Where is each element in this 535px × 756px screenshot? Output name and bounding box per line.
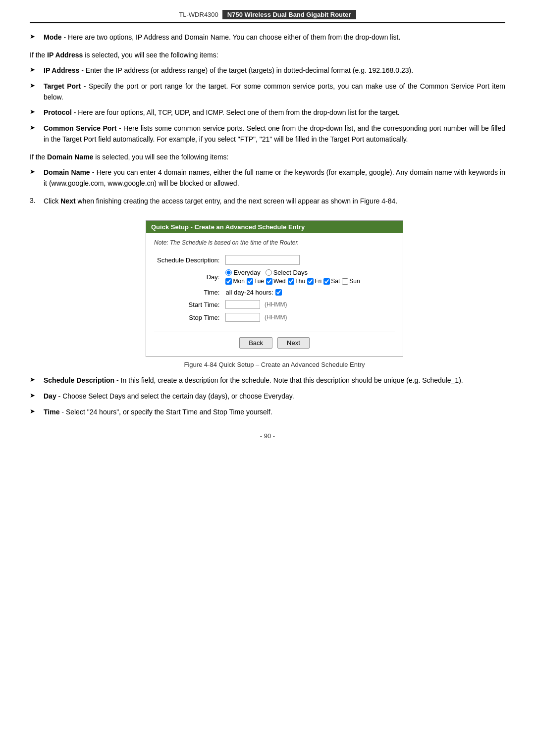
figure-body: Note: The Schedule is based on the time … xyxy=(146,233,403,356)
mode-text: Mode - Here are two options, IP Address … xyxy=(44,32,505,43)
common-service-port-bullet: ➤ Common Service Port - Here lists some … xyxy=(30,123,505,145)
day-row: Day: Everyday Select Days xyxy=(154,267,395,287)
time-bullet: ➤ Time - Select "24 hours", or specify t… xyxy=(30,407,505,418)
allday-group: all day-24 hours: xyxy=(225,289,392,296)
thu-checkbox[interactable] xyxy=(288,278,294,285)
domain-intro: If the Domain Name is selected, you will… xyxy=(30,152,505,163)
schedule-desc-bullet: ➤ Schedule Description - In this field, … xyxy=(30,375,505,386)
bullet-arrow-icon: ➤ xyxy=(30,33,38,40)
sat-checkbox-label[interactable]: Sat xyxy=(323,278,340,285)
day-bullet: ➤ Day - Choose Select Days and select th… xyxy=(30,391,505,402)
tue-checkbox-label[interactable]: Tue xyxy=(247,278,264,285)
tue-checkbox[interactable] xyxy=(247,278,253,285)
mon-checkbox[interactable] xyxy=(225,278,232,285)
ip-address-bold: IP Address xyxy=(47,51,83,59)
start-time-row: Start Time: (HHMM) xyxy=(154,298,395,311)
bullet-arrow-icon: ➤ xyxy=(30,108,38,115)
figure-buttons: Back Next xyxy=(154,332,395,349)
domain-name-bullet: ➤ Domain Name - Here you can enter 4 dom… xyxy=(30,167,505,189)
stop-time-row: Stop Time: (HHMM) xyxy=(154,311,395,324)
bullet-arrow-icon: ➤ xyxy=(30,168,38,175)
bullet-arrow-icon: ➤ xyxy=(30,376,38,383)
days-checkboxes: Mon Tue Wed Thu Fri Sat Sun xyxy=(225,278,392,285)
figure-header: Quick Setup - Create an Advanced Schedul… xyxy=(146,221,403,233)
schedule-desc-label: Schedule Description: xyxy=(154,253,222,267)
day-label: Day: xyxy=(154,267,222,287)
fri-checkbox-label[interactable]: Fri xyxy=(307,278,321,285)
mode-label: Mode xyxy=(44,33,62,41)
figure-84: Quick Setup - Create an Advanced Schedul… xyxy=(146,220,403,357)
mon-checkbox-label[interactable]: Mon xyxy=(225,278,244,285)
select-days-radio[interactable] xyxy=(266,269,272,276)
stop-time-input[interactable] xyxy=(225,313,260,322)
mode-bullet: ➤ Mode - Here are two options, IP Addres… xyxy=(30,32,505,43)
bullet-arrow-icon: ➤ xyxy=(30,124,38,131)
day-radio-group: Everyday Select Days xyxy=(225,269,392,276)
start-time-input[interactable] xyxy=(225,300,260,309)
back-button[interactable]: Back xyxy=(239,337,272,349)
sun-checkbox-label[interactable]: Sun xyxy=(342,278,360,285)
start-time-label: Start Time: xyxy=(154,298,222,311)
page-number: - 90 - xyxy=(30,432,505,440)
domain-name-bold: Domain Name xyxy=(47,153,93,161)
bullet-arrow-icon: ➤ xyxy=(30,66,38,73)
stop-hhmm-hint: (HHMM) xyxy=(265,314,287,321)
product-title: N750 Wireless Dual Band Gigabit Router xyxy=(222,10,356,19)
page-header: TL-WDR4300 N750 Wireless Dual Band Gigab… xyxy=(30,10,505,23)
everyday-label: Everyday xyxy=(233,269,260,276)
figure-caption: Figure 4-84 Quick Setup – Create an Adva… xyxy=(184,361,365,368)
everyday-option[interactable]: Everyday xyxy=(225,269,260,276)
fri-checkbox[interactable] xyxy=(307,278,314,285)
sat-checkbox[interactable] xyxy=(323,278,330,285)
schedule-form: Schedule Description: Day: Everyday xyxy=(154,253,395,324)
next-bold: Next xyxy=(60,197,75,205)
protocol-bullet: ➤ Protocol - Here are four options, All,… xyxy=(30,107,505,118)
step-number: 3. xyxy=(30,197,44,204)
everyday-radio[interactable] xyxy=(225,269,232,276)
time-label: Time: xyxy=(154,287,222,298)
start-hhmm-hint: (HHMM) xyxy=(265,301,287,308)
select-days-option[interactable]: Select Days xyxy=(266,269,308,276)
next-button[interactable]: Next xyxy=(277,337,310,349)
stop-time-label: Stop Time: xyxy=(154,311,222,324)
wed-checkbox[interactable] xyxy=(266,278,272,285)
target-port-bullet: ➤ Target Port - Specify the port or port… xyxy=(30,81,505,102)
ip-intro: If the IP Address is selected, you will … xyxy=(30,50,505,61)
sun-checkbox[interactable] xyxy=(342,278,348,285)
bullet-arrow-icon: ➤ xyxy=(30,392,38,399)
step-3: 3. Click Next when finishing creating th… xyxy=(30,196,505,207)
schedule-desc-input[interactable] xyxy=(225,255,300,265)
time-row: Time: all day-24 hours: xyxy=(154,287,395,298)
bullet-arrow-icon: ➤ xyxy=(30,82,38,89)
ip-address-bullet: ➤ IP Address - Enter the IP address (or … xyxy=(30,65,505,76)
thu-checkbox-label[interactable]: Thu xyxy=(288,278,306,285)
allday-checkbox[interactable] xyxy=(275,289,282,296)
select-days-label: Select Days xyxy=(273,269,308,276)
model-label: TL-WDR4300 xyxy=(179,11,218,18)
step-3-text: Click Next when finishing creating the a… xyxy=(44,196,505,207)
figure-note: Note: The Schedule is based on the time … xyxy=(154,239,395,246)
wed-checkbox-label[interactable]: Wed xyxy=(266,278,285,285)
bullet-arrow-icon: ➤ xyxy=(30,407,38,415)
allday-label: all day-24 hours: xyxy=(225,289,273,296)
schedule-desc-row: Schedule Description: xyxy=(154,253,395,267)
